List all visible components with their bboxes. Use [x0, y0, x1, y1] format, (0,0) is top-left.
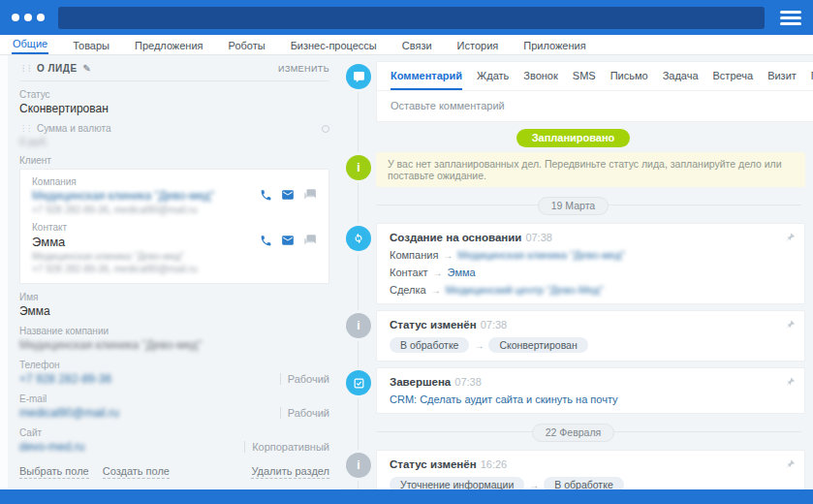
create-field-link[interactable]: Создать поле [103, 465, 170, 479]
name-value[interactable]: Эмма [19, 304, 329, 318]
browser-topbar [0, 0, 813, 35]
site-type: Корпоративный [244, 441, 329, 453]
tab-roboty[interactable]: Роботы [228, 38, 266, 54]
edit-section-link[interactable]: изменить [278, 64, 329, 74]
tab-predlozheniya[interactable]: Предложения [134, 38, 204, 54]
site-value[interactable]: devo-med.ru [19, 440, 84, 454]
date-divider: 19 Марта [341, 196, 805, 213]
tab-kommentariy[interactable]: Комментарий [391, 70, 462, 90]
pin-icon[interactable] [783, 232, 796, 246]
entry-company-link[interactable]: Медицинская клиника "Дево-мед" [457, 249, 625, 261]
site-label: Сайт [19, 427, 329, 438]
notice-banner: i У вас нет запланированных дел. Передви… [341, 152, 805, 187]
footer-bar [0, 489, 813, 504]
phone-type: Рабочий [280, 373, 329, 385]
field-settings-icon[interactable] [322, 125, 329, 133]
arrow-icon: → [433, 268, 443, 278]
entry-title: Создание на основании [390, 232, 521, 243]
amount-value[interactable]: 0 руб. [19, 136, 329, 147]
arrow-icon: → [474, 340, 484, 351]
tab-zadacha[interactable]: Задача [663, 70, 699, 90]
select-field-link[interactable]: Выбрать поле [19, 465, 89, 479]
tab-zhdat[interactable]: Ждать [477, 70, 509, 90]
about-lead-section: ⋮⋮ О лиде ✎ изменить Статус Сконвертиров… [8, 55, 341, 488]
entry-time: 07:38 [525, 232, 552, 243]
entry-title: Завершена [390, 376, 451, 388]
window-dot[interactable] [24, 14, 32, 21]
tab-prilozheniya[interactable]: Приложения [522, 38, 586, 54]
tab-tovary[interactable]: Товары [72, 38, 110, 54]
tab-istoriya[interactable]: История [456, 38, 500, 54]
window-dot[interactable] [37, 14, 45, 21]
hamburger-menu-icon[interactable] [780, 11, 801, 25]
entry-deal-link[interactable]: Медицинский центр "Дево-Мед" [446, 284, 604, 296]
drag-handle-icon[interactable]: ⋮⋮ [19, 125, 31, 133]
email-icon[interactable] [281, 234, 295, 247]
planned-button[interactable]: Запланировано [516, 129, 631, 147]
comment-bubble-icon [346, 64, 371, 89]
client-card: Компания Медицинская клиника "Дево-мед" … [19, 169, 329, 284]
status-badge: Уточнение информации [390, 477, 524, 489]
entry-time: 07:38 [481, 319, 508, 331]
name-label: Имя [19, 292, 329, 302]
company-row: Компания Медицинская клиника "Дево-мед" … [32, 176, 317, 215]
company-contacts: +7 928 282-89-36, medical90@mail.ru [32, 205, 241, 215]
contact-company: Медицинская клиника "Дево-мед" [32, 251, 241, 262]
tab-zvonok[interactable]: Звонок [523, 70, 558, 90]
date-pill: 22 Февраля [532, 424, 615, 442]
company-name-link[interactable]: Медицинская клиника "Дево-мед" [32, 189, 241, 203]
entry-contact-link[interactable]: Эмма [448, 267, 476, 278]
lead-details-column: ⋮⋮ О лиде ✎ изменить Статус Сконвертиров… [8, 55, 341, 489]
date-pill: 19 Марта [538, 197, 609, 215]
task-link[interactable]: CRM: Сделать аудит сайта и скинуть на по… [390, 394, 618, 405]
delete-section-link[interactable]: Удалить раздел [251, 465, 329, 479]
client-label: Клиент [19, 155, 329, 166]
tab-sms[interactable]: SMS [573, 70, 596, 90]
edit-pencil-icon[interactable]: ✎ [83, 63, 92, 74]
company-field-value[interactable]: Медицинская клиника "Дево-мед" [19, 338, 329, 352]
tab-vstrecha[interactable]: Встреча [713, 70, 754, 90]
chat-icon[interactable] [303, 234, 317, 247]
entry-row-label: Контакт [390, 267, 428, 278]
phone-value[interactable]: +7 928 282-89-36 [19, 372, 111, 386]
info-icon: i [346, 453, 371, 478]
address-bar[interactable] [58, 7, 765, 29]
section-tabbar: Общие Товары Предложения Роботы Бизнес-п… [0, 35, 813, 55]
phone-icon[interactable] [260, 189, 272, 202]
email-value[interactable]: medical90@mail.ru [19, 406, 119, 420]
entry-time: 16:26 [481, 458, 508, 470]
status-value[interactable]: Сконвертирован [19, 102, 329, 115]
date-divider: 22 Февраля [341, 423, 805, 440]
tab-biznes-processy[interactable]: Бизнес-процессы [290, 38, 378, 54]
email-icon[interactable] [281, 188, 295, 202]
contact-row: Контакт Эмма Медицинская клиника "Дево-м… [32, 222, 317, 274]
phone-icon[interactable] [260, 235, 272, 247]
tab-svyazi[interactable]: Связи [401, 38, 433, 54]
window-dot[interactable] [12, 14, 19, 21]
pin-icon[interactable] [783, 458, 796, 473]
tab-obshchie[interactable]: Общие [12, 36, 48, 54]
drag-handle-icon[interactable]: ⋮⋮ [19, 65, 31, 73]
pin-icon[interactable] [783, 376, 796, 391]
info-icon: i [346, 155, 371, 180]
entry-row-label: Сделка [390, 284, 426, 296]
entry-title: Статус изменён [390, 458, 477, 470]
company-label: Компания [32, 176, 241, 187]
comment-composer: Комментарий Ждать Звонок SMS Письмо Зада… [341, 61, 805, 122]
arrow-icon: → [443, 250, 453, 261]
info-icon: i [346, 313, 371, 338]
notice-text: У вас нет запланированных дел. Передвинь… [376, 152, 805, 187]
task-check-icon [346, 370, 371, 395]
contact-name[interactable]: Эмма [32, 235, 241, 249]
activity-tabbar: Комментарий Ждать Звонок SMS Письмо Зада… [377, 62, 813, 91]
status-badge: В обработке [544, 477, 623, 489]
entry-row-label: Компания [390, 249, 438, 261]
amount-label: Сумма и валюта [37, 123, 110, 134]
tab-pismo[interactable]: Письмо [610, 70, 648, 90]
comment-input[interactable] [377, 91, 813, 121]
chat-icon[interactable] [303, 188, 317, 202]
timeline-entry-status: i Статус изменён16:26 Уточнение информац… [341, 450, 805, 489]
tab-vizit[interactable]: Визит [767, 70, 797, 90]
entry-time: 07:38 [454, 376, 482, 388]
pin-icon[interactable] [783, 319, 796, 333]
